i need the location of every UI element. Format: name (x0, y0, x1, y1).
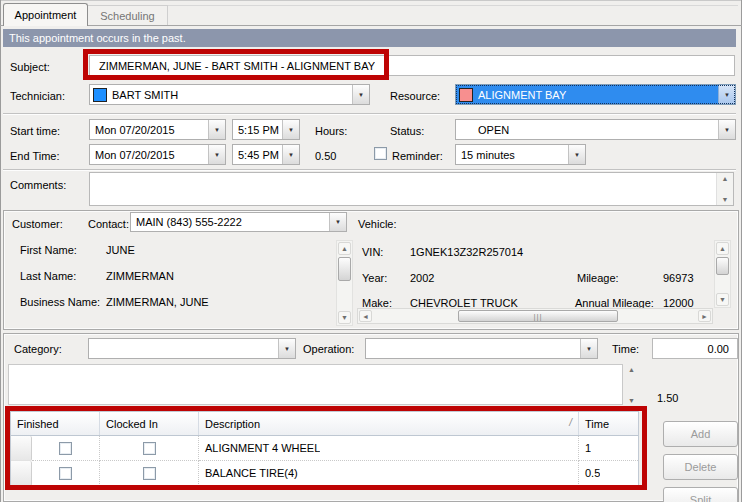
reminder-combo[interactable]: 15 minutes ▼ (455, 144, 586, 165)
start-time-label: Start time: (10, 125, 60, 137)
technician-combo[interactable]: BART SMITH ▼ (89, 84, 370, 105)
dropdown-arrow-icon[interactable]: ▼ (208, 120, 225, 139)
scroll-down-icon[interactable]: ▼ (628, 397, 635, 404)
time-value: 0.5 (579, 467, 600, 479)
scroll-up-icon[interactable]: ▲ (338, 242, 351, 255)
comments-input[interactable]: ▲ ▼ (89, 172, 734, 206)
end-clock-combo[interactable]: 5:45 PM ▼ (232, 144, 300, 165)
subject-input[interactable]: ZIMMERMAN, JUNE - BART SMITH - ALIGNMENT… (89, 55, 735, 76)
banner-text: This appointment occurs in the past. (9, 32, 186, 44)
scroll-up-icon[interactable]: ▲ (716, 242, 729, 255)
reminder-label: Reminder: (392, 150, 443, 162)
split-button-label: Split (690, 494, 711, 502)
operation-notes-input[interactable] (8, 364, 623, 405)
business-name-value: ZIMMERMAN, JUNE (106, 296, 209, 308)
last-name-label: Last Name: (20, 270, 76, 282)
mileage-label: Mileage: (577, 272, 619, 284)
start-clock-combo[interactable]: 5:15 PM ▼ (232, 119, 300, 140)
clocked-in-cell (100, 461, 199, 486)
scrollbar-thumb[interactable] (716, 257, 729, 275)
tab-scheduling[interactable]: Scheduling (88, 5, 168, 25)
scroll-down-icon[interactable]: ▼ (722, 196, 729, 203)
end-clock-value: 5:45 PM (233, 149, 282, 161)
dropdown-arrow-icon[interactable]: ▼ (208, 145, 225, 164)
scrollbar-thumb[interactable]: ||| (458, 310, 618, 322)
tab-appointment-label: Appointment (15, 9, 77, 21)
divider (3, 113, 736, 115)
scroll-down-icon[interactable]: ▼ (338, 311, 351, 324)
total-hours-value: 1.50 (657, 392, 678, 404)
start-date-value: Mon 07/20/2015 (90, 124, 208, 136)
description-value: BALANCE TIRE(4) (199, 467, 298, 479)
comments-value (90, 173, 716, 205)
dropdown-arrow-icon[interactable]: ▼ (718, 85, 735, 104)
operation-combo[interactable]: ▼ (365, 338, 598, 359)
dropdown-arrow-icon[interactable]: ▼ (580, 339, 597, 358)
time-value: 1 (579, 442, 591, 454)
scroll-up-icon[interactable]: ▲ (628, 366, 635, 373)
end-time-label: End Time: (10, 150, 60, 162)
finished-checkbox[interactable] (59, 442, 72, 455)
row-indicator[interactable] (11, 436, 32, 461)
vin-value: 1GNEK13Z32R257014 (410, 246, 523, 258)
comments-label: Comments: (10, 179, 66, 191)
start-clock-value: 5:15 PM (233, 124, 282, 136)
dropdown-arrow-icon[interactable]: ▼ (278, 339, 295, 358)
contact-combo[interactable]: MAIN (843) 555-2222 ▼ (130, 212, 347, 232)
column-header-label: Description (205, 418, 260, 430)
dropdown-arrow-icon[interactable]: ▼ (282, 145, 299, 164)
dropdown-arrow-icon[interactable]: ▼ (718, 120, 735, 139)
scroll-left-icon[interactable]: ◄ (359, 310, 372, 322)
dropdown-arrow-icon[interactable]: ▼ (329, 213, 346, 231)
tab-appointment[interactable]: Appointment (3, 3, 88, 26)
operation-label: Operation: (303, 343, 354, 355)
dropdown-arrow-icon[interactable]: ▼ (282, 120, 299, 139)
scroll-right-icon[interactable]: ► (698, 310, 711, 322)
column-header-description[interactable]: Description / (199, 412, 579, 435)
sort-ascending-icon: / (569, 417, 572, 428)
status-combo[interactable]: OPEN ▼ (455, 119, 736, 140)
scrollbar-thumb[interactable] (338, 257, 351, 281)
reminder-checkbox[interactable] (374, 147, 387, 160)
column-header-clocked-in[interactable]: Clocked In (100, 412, 199, 435)
reminder-value: 15 minutes (456, 149, 568, 161)
start-date-combo[interactable]: Mon 07/20/2015 ▼ (89, 119, 226, 140)
vehicle-h-scrollbar[interactable]: ◄ ||| ► (357, 308, 713, 324)
add-button-label: Add (691, 428, 711, 440)
vehicle-scrollbar[interactable]: ▲ ▼ (714, 240, 731, 308)
technician-color-swatch (93, 88, 107, 102)
table-row[interactable]: BALANCE TIRE(4) 0.5 (11, 461, 638, 486)
table-row[interactable]: ALIGNMENT 4 WHEEL 1 (11, 436, 638, 461)
delete-button[interactable]: Delete (663, 454, 738, 480)
finished-checkbox[interactable] (59, 467, 72, 480)
description-cell: ALIGNMENT 4 WHEEL (199, 436, 579, 461)
clocked-in-checkbox[interactable] (143, 442, 156, 455)
resource-color-swatch (459, 88, 473, 102)
customer-scrollbar[interactable]: ▲ ▼ (336, 240, 353, 326)
scroll-down-icon[interactable]: ▼ (716, 293, 729, 306)
scroll-up-icon[interactable]: ▲ (722, 175, 729, 182)
time-label: Time: (612, 343, 639, 355)
time-input[interactable]: 0.00 (652, 338, 738, 359)
status-value: OPEN (456, 124, 718, 136)
column-header-label: Time (585, 418, 609, 430)
clocked-in-checkbox[interactable] (143, 467, 156, 480)
comments-scrollbar[interactable]: ▲ ▼ (716, 173, 733, 205)
split-button[interactable]: Split (663, 487, 738, 502)
row-indicator[interactable] (11, 461, 32, 486)
resource-combo[interactable]: ALIGNMENT BAY ▼ (455, 84, 736, 105)
category-combo[interactable]: ▼ (88, 338, 296, 359)
add-button[interactable]: Add (663, 421, 738, 447)
end-date-combo[interactable]: Mon 07/20/2015 ▼ (89, 144, 226, 165)
notes-scrollbar[interactable]: ▲ ▼ (623, 366, 640, 404)
finished-cell (32, 461, 100, 486)
operations-grid: Finished Clocked In Description / Time A (10, 411, 639, 486)
last-name-value: ZIMMERMAN (106, 270, 174, 282)
tab-divider (0, 25, 742, 26)
column-header-finished[interactable]: Finished (11, 412, 100, 435)
dropdown-arrow-icon[interactable]: ▼ (568, 145, 585, 164)
column-header-time[interactable]: Time (579, 412, 638, 435)
contact-value: MAIN (843) 555-2222 (131, 216, 329, 228)
dropdown-arrow-icon[interactable]: ▼ (352, 85, 369, 104)
delete-button-label: Delete (685, 461, 717, 473)
